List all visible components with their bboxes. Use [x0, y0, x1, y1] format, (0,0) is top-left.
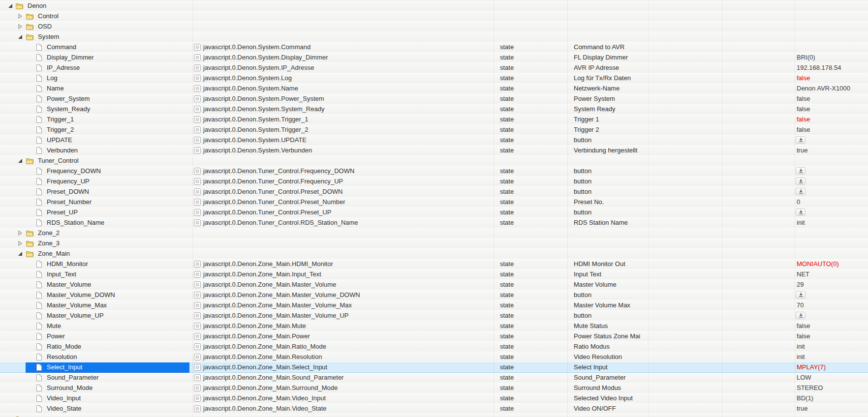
state-file-icon — [36, 126, 42, 134]
triangle-closed-icon — [18, 241, 23, 246]
tree-row[interactable]: Master_Volume javascript.0.Denon.Zone_Ma… — [0, 280, 868, 290]
press-button[interactable] — [796, 136, 806, 144]
tree-row[interactable]: Ratio_Mode javascript.0.Denon.Zone_Main.… — [0, 342, 868, 352]
object-type: state — [500, 135, 514, 145]
tree-row[interactable]: RDS_Station_Name javascript.0.Denon.Tune… — [0, 218, 868, 228]
arrow-down-to-bar-icon — [799, 138, 803, 142]
object-value: false — [797, 105, 810, 113]
state-type-icon — [194, 137, 201, 144]
tree-row[interactable]: System — [0, 32, 868, 42]
state-file-icon — [36, 332, 42, 340]
expander-icon[interactable] — [18, 158, 23, 163]
tree-row[interactable]: Frequency_DOWN javascript.0.Denon.Tuner_… — [0, 166, 868, 177]
tree-row[interactable]: Command javascript.0.Denon.System.Comman… — [0, 42, 868, 53]
object-name-label: Power — [47, 331, 65, 341]
object-description: Power Status Zone Mai — [574, 331, 640, 341]
state-type-icon — [194, 364, 201, 371]
tree-row[interactable]: Log javascript.0.Denon.System.Log state … — [0, 73, 868, 84]
object-id: javascript.0.Denon.System.IP_Adresse — [203, 63, 314, 73]
tree-row[interactable]: Resolution javascript.0.Denon.Zone_Main.… — [0, 352, 868, 362]
expander-icon[interactable] — [18, 251, 23, 256]
tree-row[interactable]: Surround_Mode javascript.0.Denon.Zone_Ma… — [0, 383, 868, 393]
object-name-label: Master_Volume_Max — [47, 300, 107, 310]
object-id: javascript.0.Denon.Zone_Main.Surround_Mo… — [203, 383, 338, 393]
tree-row[interactable]: Trigger_1 javascript.0.Denon.System.Trig… — [0, 115, 868, 125]
object-id: javascript.0.Denon.Zone_Main.Master_Volu… — [203, 311, 349, 321]
object-value: false — [797, 95, 810, 102]
press-button[interactable] — [796, 208, 806, 216]
tree-row[interactable]: Video_State javascript.0.Denon.Zone_Main… — [0, 404, 868, 414]
object-id: javascript.0.Denon.Zone_Main.Master_Volu… — [203, 280, 336, 290]
tree-row[interactable]: Preset_Number javascript.0.Denon.Tuner_C… — [0, 197, 868, 208]
press-button[interactable] — [796, 167, 806, 175]
object-id: javascript.0.Denon.Zone_Main.Master_Volu… — [203, 300, 352, 310]
object-name-label: OSD — [38, 22, 52, 31]
object-description: Netzwerk-Name — [574, 84, 620, 93]
expander-icon[interactable] — [18, 241, 23, 246]
press-button[interactable] — [796, 178, 806, 185]
object-name-label: Power_System — [47, 94, 90, 104]
object-value: true — [797, 405, 807, 412]
tree-row[interactable]: Video_Input javascript.0.Denon.Zone_Main… — [0, 393, 868, 404]
object-id: javascript.0.Denon.Tuner_Control.Preset_… — [203, 208, 331, 217]
tree-row[interactable]: OSD — [0, 22, 868, 32]
object-name-label: Control — [38, 11, 59, 21]
press-button[interactable] — [796, 188, 806, 195]
object-id: javascript.0.Denon.Tuner_Control.RDS_Sta… — [203, 218, 358, 228]
press-button[interactable] — [796, 312, 806, 319]
tree-row[interactable]: IP_Adresse javascript.0.Denon.System.IP_… — [0, 63, 868, 73]
tree-row[interactable]: Power_System javascript.0.Denon.System.P… — [0, 94, 868, 104]
tree-row[interactable]: Power javascript.0.Denon.Zone_Main.Power… — [0, 331, 868, 342]
object-name-label: Frequency_UP — [47, 177, 90, 186]
tree-row[interactable]: Control — [0, 11, 868, 22]
object-description: button — [574, 187, 591, 197]
object-value-cell: LOW — [797, 373, 811, 383]
expander-icon[interactable] — [18, 34, 23, 39]
tree-row[interactable]: Name javascript.0.Denon.System.Name stat… — [0, 84, 868, 94]
object-value: Denon AVR-X1000 — [797, 85, 850, 92]
press-button[interactable] — [796, 291, 806, 298]
expander-icon[interactable] — [18, 24, 23, 29]
state-file-icon — [36, 374, 42, 382]
tree-row[interactable]: Zone_Main — [0, 249, 868, 259]
object-type: state — [500, 104, 514, 114]
object-name-label: UPDATE — [47, 135, 72, 145]
tree-row[interactable]: Preset_DOWN javascript.0.Denon.Tuner_Con… — [0, 187, 868, 197]
tree-row[interactable]: Zone_2 — [0, 228, 868, 238]
tree-row[interactable]: HDMI_Monitor javascript.0.Denon.Zone_Mai… — [0, 259, 868, 269]
tree-row[interactable]: Mute javascript.0.Denon.Zone_Main.Mute s… — [0, 321, 868, 331]
expander-icon[interactable] — [18, 14, 23, 19]
state-type-icon — [194, 302, 201, 309]
tree-row[interactable]: Frequency_UP javascript.0.Denon.Tuner_Co… — [0, 177, 868, 187]
object-name-label: HDMI_Monitor — [47, 259, 88, 269]
tree-row[interactable]: Select_Input javascript.0.Denon.Zone_Mai… — [0, 362, 868, 373]
tree-row[interactable]: Denon — [0, 1, 868, 11]
object-description: Video Resolution — [574, 352, 622, 362]
tree-row[interactable]: System_Ready javascript.0.Denon.System.S… — [0, 104, 868, 115]
tree-row[interactable]: Display_Dimmer javascript.0.Denon.System… — [0, 53, 868, 63]
tree-row[interactable]: Master_Volume_Max javascript.0.Denon.Zon… — [0, 300, 868, 311]
state-type-icon — [194, 281, 201, 288]
tree-row[interactable]: Tuner_Control — [0, 156, 868, 166]
object-description: Master Volume — [574, 280, 617, 290]
object-name-label: Trigger_2 — [47, 125, 74, 135]
object-id: javascript.0.Denon.Zone_Main.Video_Input — [203, 393, 326, 403]
object-name-label: Master_Volume_DOWN — [47, 290, 115, 300]
expander-icon[interactable] — [8, 3, 13, 8]
object-id: javascript.0.Denon.System.Trigger_2 — [203, 125, 308, 135]
state-type-icon — [194, 333, 201, 340]
tree-row-partial[interactable] — [0, 414, 868, 417]
tree-row[interactable]: Master_Volume_DOWN javascript.0.Denon.Zo… — [0, 290, 868, 300]
tree-row[interactable]: Zone_3 — [0, 238, 868, 249]
object-name-label: Resolution — [47, 352, 77, 362]
tree-row[interactable]: Master_Volume_UP javascript.0.Denon.Zone… — [0, 311, 868, 321]
tree-row[interactable]: Preset_UP javascript.0.Denon.Tuner_Contr… — [0, 208, 868, 218]
object-value-cell: MPLAY(7) — [797, 362, 826, 372]
expander-icon[interactable] — [18, 231, 23, 236]
tree-row[interactable]: Sound_Parameter javascript.0.Denon.Zone_… — [0, 373, 868, 383]
tree-row[interactable]: Verbunden javascript.0.Denon.System.Verb… — [0, 146, 868, 156]
tree-row[interactable]: UPDATE javascript.0.Denon.System.UPDATE … — [0, 135, 868, 146]
tree-row[interactable]: Trigger_2 javascript.0.Denon.System.Trig… — [0, 125, 868, 135]
tree-row[interactable]: Input_Text javascript.0.Denon.Zone_Main.… — [0, 269, 868, 280]
state-type-icon — [194, 374, 201, 381]
